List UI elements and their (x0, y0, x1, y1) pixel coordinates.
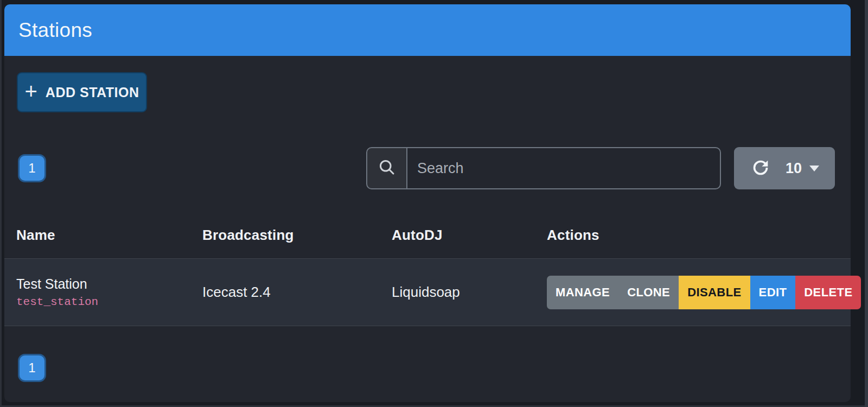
station-short-name: test_station (16, 294, 190, 311)
page-number: 1 (28, 161, 35, 176)
search-input[interactable] (407, 148, 720, 188)
per-page-value: 10 (786, 160, 802, 177)
window-edge-left (0, 0, 2, 407)
page-title: Stations (18, 19, 92, 42)
search-group (366, 147, 721, 189)
table-header-row: Name Broadcasting AutoDJ Actions (4, 212, 851, 258)
disable-button[interactable]: DISABLE (679, 276, 750, 309)
pagination-page-1-bottom[interactable]: 1 (18, 354, 46, 382)
per-page-dropdown[interactable]: 10 (786, 160, 819, 177)
add-station-label: ADD STATION (46, 85, 139, 100)
stations-table: Name Broadcasting AutoDJ Actions Test St… (4, 212, 851, 326)
search-prepend (367, 148, 407, 188)
clone-button[interactable]: CLONE (618, 276, 679, 309)
refresh-icon (750, 157, 771, 180)
page-number: 1 (28, 360, 35, 376)
search-icon (377, 157, 397, 179)
refresh-button[interactable] (750, 157, 771, 180)
station-autodj-cell: Liquidsoap (380, 284, 535, 301)
pagination-page-1-top[interactable]: 1 (18, 154, 46, 182)
delete-button[interactable]: DELETE (795, 276, 861, 309)
chevron-down-icon (809, 166, 819, 171)
per-page-control: 10 (734, 147, 835, 189)
station-name-cell: Test Station test_station (4, 274, 190, 311)
station-actions-cell: MANAGE CLONE DISABLE EDIT DELETE (535, 276, 861, 309)
station-broadcasting-cell: Icecast 2.4 (190, 284, 380, 301)
actions-button-group: MANAGE CLONE DISABLE EDIT DELETE (547, 276, 861, 309)
column-header-broadcasting: Broadcasting (190, 227, 380, 244)
plus-icon: + (25, 80, 37, 102)
station-name: Test Station (16, 274, 190, 294)
column-header-autodj: AutoDJ (380, 227, 535, 244)
column-header-name: Name (4, 227, 190, 244)
add-station-button[interactable]: + ADD STATION (17, 72, 147, 112)
card-header: Stations (4, 4, 851, 56)
edit-button[interactable]: EDIT (750, 276, 796, 309)
scrollbar[interactable] (865, 0, 868, 407)
table-row: Test Station test_station Icecast 2.4 Li… (4, 258, 851, 326)
stations-card: Stations + ADD STATION 1 10 (4, 4, 851, 402)
column-header-actions: Actions (535, 227, 851, 244)
manage-button[interactable]: MANAGE (547, 276, 618, 309)
